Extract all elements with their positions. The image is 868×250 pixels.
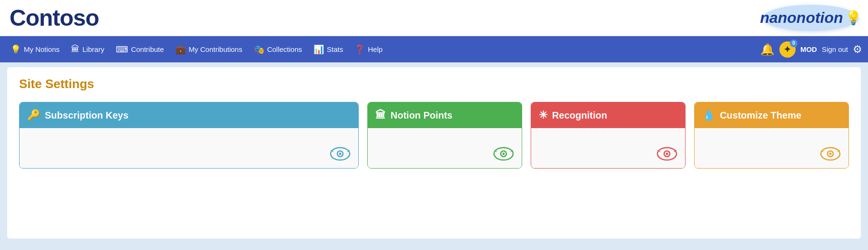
points-badge[interactable]: ✦ 0	[779, 41, 796, 58]
customize-theme-body: < >	[695, 128, 848, 168]
my-contributions-icon: 💼	[175, 44, 186, 55]
svg-text:>: >	[674, 148, 677, 154]
library-label: Library	[82, 45, 104, 53]
my-notions-label: My Notions	[24, 45, 60, 53]
logo: Contoso	[10, 5, 99, 31]
help-label: Help	[368, 45, 383, 53]
nav-item-contribute[interactable]: ⌨Contribute	[111, 41, 169, 58]
my-notions-icon: 💡	[10, 44, 21, 55]
svg-text:<: <	[657, 148, 661, 154]
notion-points-body: < >	[368, 128, 522, 168]
customize-theme-header: 💧 Customize Theme	[695, 102, 848, 128]
subscription-keys-body: < >	[20, 128, 358, 168]
main-content: Site Settings 🔑 Subscription Keys < > 🏛 …	[7, 67, 861, 239]
nav-right: 🔔 ✦ 0 MOD Sign out ⚙	[760, 41, 862, 58]
collections-label: Collections	[267, 45, 302, 53]
svg-text:<: <	[821, 148, 824, 154]
logo-text: Contoso	[10, 5, 99, 30]
customize-theme-body-icon: < >	[820, 145, 841, 162]
header: Contoso nanonotion 💡	[0, 0, 868, 36]
svg-text:>: >	[347, 148, 350, 154]
svg-text:<: <	[494, 148, 497, 154]
subscription-keys-body-icon: < >	[330, 145, 351, 162]
notion-points-header: 🏛 Notion Points	[368, 102, 522, 128]
recognition-body: < >	[531, 128, 685, 168]
card-subscription-keys[interactable]: 🔑 Subscription Keys < >	[19, 102, 359, 169]
subscription-keys-header: 🔑 Subscription Keys	[20, 102, 358, 128]
notion-points-label: Notion Points	[391, 110, 453, 121]
recognition-header: ✳ Recognition	[531, 102, 685, 128]
notion-points-header-icon: 🏛	[375, 109, 386, 121]
card-recognition[interactable]: ✳ Recognition < >	[531, 102, 686, 169]
customize-theme-header-icon: 💧	[702, 109, 715, 121]
recognition-label: Recognition	[552, 110, 607, 121]
cards-row: 🔑 Subscription Keys < > 🏛 Notion Points …	[19, 102, 849, 169]
subscription-keys-header-icon: 🔑	[27, 109, 40, 121]
nanonotion-logo: nanonotion 💡	[763, 5, 858, 31]
svg-point-2	[339, 153, 341, 155]
subscription-keys-label: Subscription Keys	[45, 110, 129, 121]
stats-icon: 📊	[313, 44, 324, 55]
svg-text:>: >	[837, 148, 840, 154]
mod-label[interactable]: MOD	[800, 45, 817, 53]
nav-left: 💡My Notions🏛Library⌨Contribute💼My Contri…	[6, 41, 760, 58]
signout-button[interactable]: Sign out	[822, 45, 848, 53]
recognition-header-icon: ✳	[539, 109, 547, 121]
notion-points-body-icon: < >	[493, 145, 514, 162]
stats-label: Stats	[327, 45, 343, 53]
logo-right: nanonotion 💡	[763, 5, 858, 31]
gear-icon[interactable]: ⚙	[853, 43, 862, 56]
my-contributions-label: My Contributions	[189, 45, 242, 53]
nav-item-my-contributions[interactable]: 💼My Contributions	[171, 41, 247, 58]
nanonotion-text: nanonotion	[760, 9, 843, 27]
page-title: Site Settings	[19, 77, 849, 91]
svg-point-12	[666, 153, 668, 155]
customize-theme-label: Customize Theme	[720, 110, 801, 121]
card-customize-theme[interactable]: 💧 Customize Theme < >	[694, 102, 849, 169]
card-notion-points[interactable]: 🏛 Notion Points < >	[367, 102, 522, 169]
svg-text:<: <	[331, 148, 334, 154]
nav-item-collections[interactable]: 🎭Collections	[249, 41, 307, 58]
bell-icon[interactable]: 🔔	[760, 43, 775, 56]
contribute-icon: ⌨	[116, 44, 128, 55]
library-icon: 🏛	[71, 44, 80, 54]
nav-item-library[interactable]: 🏛Library	[66, 41, 109, 57]
badge-count: 0	[790, 40, 797, 47]
nav-item-my-notions[interactable]: 💡My Notions	[6, 41, 64, 58]
nav-item-stats[interactable]: 📊Stats	[309, 41, 348, 58]
navbar: 💡My Notions🏛Library⌨Contribute💼My Contri…	[0, 36, 868, 62]
nav-item-help[interactable]: ❓Help	[350, 41, 387, 58]
svg-point-17	[829, 153, 832, 155]
svg-point-7	[502, 153, 505, 155]
svg-text:>: >	[510, 148, 514, 154]
lightbulb-icon: 💡	[845, 10, 862, 26]
recognition-body-icon: < >	[656, 145, 677, 162]
contribute-label: Contribute	[131, 45, 164, 53]
collections-icon: 🎭	[254, 44, 264, 55]
help-icon: ❓	[354, 44, 365, 55]
